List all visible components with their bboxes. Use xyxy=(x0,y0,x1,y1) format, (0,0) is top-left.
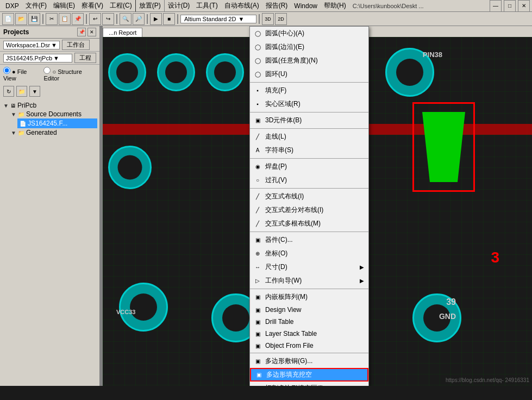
view-options: ● File View ○ Structure Editor xyxy=(0,65,99,84)
menu-trace[interactable]: ╱ 走线(L) xyxy=(250,130,368,143)
tree-item-source[interactable]: ▼ 📁 Source Documents xyxy=(10,110,97,118)
object-from-file-icon: ▣ xyxy=(253,341,262,350)
stop-btn[interactable]: ■ xyxy=(163,13,175,25)
menu-dxp[interactable]: DXP xyxy=(2,1,22,11)
label-39: 39 xyxy=(446,297,456,307)
minimize-btn[interactable]: — xyxy=(490,0,502,12)
menu-interactive-diff[interactable]: ╱ 交互式差分对布线(I) xyxy=(250,203,368,217)
view-2d-btn[interactable]: 2D xyxy=(275,13,287,25)
pad-tl1 xyxy=(108,53,146,91)
svg-marker-0 xyxy=(422,112,465,182)
cut-btn[interactable]: ✂ xyxy=(46,13,58,25)
tree-label-pripcb: PriPcb xyxy=(17,102,36,109)
sidebar-title: Projects xyxy=(3,28,29,36)
menu-window[interactable]: Window xyxy=(291,1,321,11)
menu-filepath: C:\Users\kunbook\Deskt ... xyxy=(349,2,427,10)
workspace-tab-btn[interactable]: 工作台 xyxy=(62,40,90,50)
menu-design-view[interactable]: ▣ Design View xyxy=(250,304,368,316)
menu-layer-stack-table[interactable]: ▣ Layer Stack Table xyxy=(250,328,368,340)
pcb-tab-report[interactable]: ...n Report xyxy=(103,28,142,37)
run-btn[interactable]: ▶ xyxy=(150,13,162,25)
menu-place[interactable]: 放置(P) xyxy=(135,0,165,12)
maximize-btn[interactable]: □ xyxy=(504,0,516,12)
menu-view[interactable]: 察看(V) xyxy=(78,0,107,11)
tree-label-source: Source Documents xyxy=(26,110,82,118)
expand-icon-btn[interactable]: ▼ xyxy=(29,86,40,97)
menu-report[interactable]: 报告(R) xyxy=(262,0,291,11)
menu-3d-body[interactable]: ▣ 3D元件体(B) xyxy=(250,114,368,127)
menu-object-from-file[interactable]: ▣ Object From File xyxy=(250,340,368,352)
tree-item-pripcb[interactable]: ▼ 🖥 PriPcb xyxy=(2,101,97,110)
file-view-radio[interactable]: ● File View xyxy=(3,67,39,82)
pad-icon: ◉ xyxy=(253,162,262,171)
refresh-icon-btn[interactable]: ↻ xyxy=(3,86,14,97)
poly-fill-icon: ▣ xyxy=(254,371,263,379)
annotation-3: 3 xyxy=(491,249,499,266)
menu-drill-table[interactable]: ▣ Drill Table xyxy=(250,316,368,328)
menu-circle-center[interactable]: ◯ 圆弧(中心)(A) xyxy=(250,27,368,40)
undo-btn[interactable]: ↩ xyxy=(89,13,101,25)
interactive-diff-icon: ╱ xyxy=(253,206,262,215)
save-btn[interactable]: 💾 xyxy=(28,13,40,25)
tree-item-generated[interactable]: ▼ 📁 Generated xyxy=(10,128,97,137)
menu-solid-region[interactable]: ▪ 实心区域(R) xyxy=(250,97,368,111)
menu-file[interactable]: 文件(F) xyxy=(22,0,50,11)
menu-string[interactable]: A 字符串(S) xyxy=(250,143,368,157)
menu-ring[interactable]: ◯ 圆环(U) xyxy=(250,67,368,81)
menu-interactive-multi[interactable]: ╱ 交互式多根布线(M) xyxy=(250,217,368,230)
tree-expand-icon: ▼ xyxy=(3,103,9,109)
new-btn[interactable]: 📄 xyxy=(2,13,14,25)
label-vcc33: VCC33 xyxy=(116,309,135,315)
sidebar-pin-btn[interactable]: 📌 xyxy=(77,28,86,36)
zoom-in-btn[interactable]: 🔍 xyxy=(120,13,132,25)
solid-region-icon: ▪ xyxy=(253,100,262,109)
menu-project[interactable]: 工程(C) xyxy=(107,0,135,11)
menu-tools[interactable]: 工具(T) xyxy=(193,0,221,11)
menu-circle-edge[interactable]: ◯ 圆弧(边沿)(E) xyxy=(250,40,368,54)
circle-center-icon: ◯ xyxy=(253,29,262,38)
content-area: ...n Report N41 PIN3 xyxy=(103,26,532,386)
project-tab-btn[interactable]: 工程 xyxy=(74,53,96,63)
menu-autoroute[interactable]: 自动布线(A) xyxy=(221,0,262,11)
menu-embedded-array[interactable]: ▣ 内嵌板阵列(M) xyxy=(250,290,368,304)
workspace-dropdown[interactable]: Workspace1.Dsr ▼ xyxy=(3,41,60,49)
menu-help[interactable]: 帮助(H) xyxy=(321,0,349,11)
design-view-icon: ▣ xyxy=(253,305,262,314)
menu-poly-fill[interactable]: ▣ 多边形填充挖空 xyxy=(250,368,368,382)
menu-work-dir[interactable]: ▷ 工作向导(W) ▶ xyxy=(250,274,368,288)
drill-table-icon: ▣ xyxy=(253,317,262,326)
menu-fill[interactable]: ▪ 填充(F) xyxy=(250,84,368,97)
menu-coords[interactable]: ⊕ 坐标(O) xyxy=(250,247,368,260)
paste-btn[interactable]: 📌 xyxy=(72,13,84,25)
structure-view-radio[interactable]: ○ Structure Editor xyxy=(43,67,96,82)
menu-via[interactable]: ○ 过孔(V) xyxy=(250,173,368,187)
view-3d-btn[interactable]: 3D xyxy=(262,13,274,25)
pad-tl2 xyxy=(157,53,195,91)
project-dropdown[interactable]: JS164245.PrjPcb ▼ xyxy=(3,54,72,62)
tree-item-doc1[interactable]: 📄 JS164245.F... xyxy=(17,118,97,128)
menu-dimension[interactable]: ↔ 尺寸(D) ▶ xyxy=(250,260,368,274)
menu-poly-pour[interactable]: ▣ 多边形敷铜(G)... xyxy=(250,354,368,368)
sidebar-close-btn[interactable]: ✕ xyxy=(87,28,96,36)
folder-icon-btn[interactable]: 📁 xyxy=(16,86,27,97)
workspace-row: Workspace1.Dsr ▼ 工作台 xyxy=(0,39,99,52)
zoom-out-btn[interactable]: 🔎 xyxy=(133,13,145,25)
copy-btn[interactable]: 📋 xyxy=(59,13,71,25)
label-gnd: GND xyxy=(439,312,456,321)
redo-btn[interactable]: ↪ xyxy=(102,13,114,25)
pad-tl3 xyxy=(206,53,244,91)
sep5 xyxy=(250,188,368,189)
menu-poly-slice[interactable]: ▣ 切割多边形填充区(I) xyxy=(250,382,368,386)
menu-component[interactable]: ▣ 器件(C)... xyxy=(250,233,368,247)
close-btn[interactable]: ✕ xyxy=(518,0,530,12)
circle-edge-icon: ◯ xyxy=(253,43,262,52)
menu-edit[interactable]: 编辑(E) xyxy=(50,0,78,11)
tree-source-expand: ▼ xyxy=(11,111,16,117)
open-btn[interactable]: 📂 xyxy=(15,13,27,25)
label-pin38: PIN38 xyxy=(423,51,442,59)
menu-pad[interactable]: ◉ 焊盘(P) xyxy=(250,160,368,173)
view-dropdown[interactable]: Altium Standard 2D ▼ xyxy=(180,15,256,23)
menu-design[interactable]: 设计(D) xyxy=(165,0,193,11)
menu-circle-any[interactable]: ◯ 圆弧(任意角度)(N) xyxy=(250,54,368,67)
menu-interactive-route[interactable]: ╱ 交互式布线(I) xyxy=(250,190,368,203)
